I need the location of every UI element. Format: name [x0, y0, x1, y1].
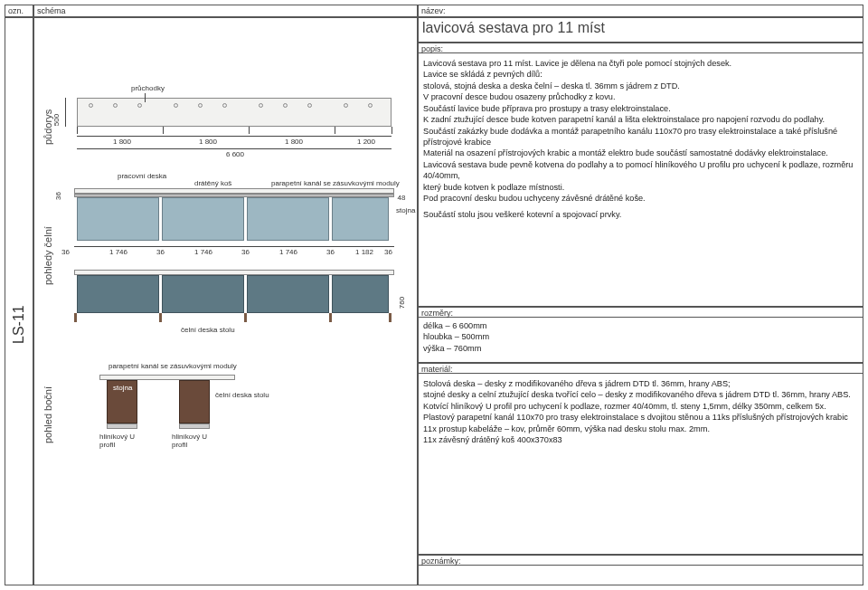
ann-stojna2: stojna	[113, 384, 132, 392]
leg	[159, 313, 162, 322]
leg	[329, 313, 332, 322]
lbl-celni: pohledy čelní	[42, 226, 53, 285]
mat-line: Plastový parapetní kanál 110x70 pro tras…	[423, 412, 859, 423]
leg	[389, 313, 392, 322]
tick	[249, 127, 250, 134]
front2-panel	[332, 275, 389, 313]
leg	[244, 313, 247, 322]
roz-line: délka – 6 600mm	[423, 320, 859, 331]
ann-kanal2: parapetní kanál se zásuvkovými moduly	[108, 362, 237, 370]
ann-celni2: čelní deska stolu	[215, 391, 269, 399]
dim-s4: 1 182	[348, 248, 381, 256]
title-text: lavicová sestava pro 11 míst	[419, 18, 863, 38]
hdr-rozmery: rozměry:	[418, 307, 863, 318]
grommet-icon	[283, 103, 288, 108]
plan-top	[77, 98, 392, 127]
dim-depth: 500	[52, 114, 61, 126]
dimline	[77, 136, 392, 137]
code-label: LS-11	[11, 305, 27, 344]
ann-pracovni: pracovní deska	[118, 172, 166, 180]
grommet-icon	[307, 103, 312, 108]
ann-uprofil2: hliníkový U profil	[172, 433, 215, 449]
dim-side-h: 760	[398, 297, 406, 309]
leg	[74, 313, 77, 322]
ann-uprofil1: hliníkový U profil	[99, 433, 143, 449]
desc-line: stolová, stojná deska a deska čelní – de…	[423, 81, 859, 91]
mat-line: Stolová deska – desky z modifikovaného d…	[423, 378, 859, 389]
grommet-icon	[174, 103, 178, 108]
front2-panel	[162, 275, 244, 313]
ozn-col	[5, 17, 33, 585]
grommet-icon	[137, 103, 142, 108]
dim-b2: 1 800	[190, 138, 226, 146]
front-panel	[162, 197, 244, 241]
desc-line: Součástí stolu jsou veškeré kotevní a sp…	[423, 209, 859, 220]
hdr-popis: popis:	[418, 43, 863, 53]
dim-b4: 1 200	[348, 138, 384, 146]
hdr-ozn: ozn.	[5, 5, 33, 17]
tick	[163, 127, 164, 134]
side-stojna2	[179, 380, 210, 423]
dim-g: 36	[241, 248, 250, 256]
desc-line: Součástí lavice bude příprava pro prostu…	[423, 103, 859, 114]
mat-line: 11x závěsný drátěný koš 400x370x83	[423, 434, 859, 445]
roz-line: výška – 760mm	[423, 343, 859, 354]
dimline	[74, 246, 394, 247]
lbl-bocni: pohled boční	[42, 386, 53, 443]
grommet-icon	[89, 103, 93, 108]
dim-b1: 1 800	[104, 138, 140, 146]
front-panel	[77, 197, 159, 241]
material-text: Stolová deska – desky z modifikovaného d…	[423, 378, 859, 446]
hdr-nazev: název:	[418, 5, 863, 17]
front2-panel	[247, 275, 329, 313]
dim-s1: 1 746	[102, 248, 135, 256]
tick	[77, 127, 78, 134]
ann-stojna: stojna	[396, 206, 415, 214]
mat-line: 11x prostup kabeláže – kov, průměr 60mm,…	[423, 423, 859, 434]
dim-s3: 1 746	[272, 248, 305, 256]
dim-g: 36	[326, 248, 335, 256]
grommet-icon	[113, 103, 118, 108]
desc-line: který bude kotven k podlaze místnosti.	[423, 182, 859, 193]
desc-line: Lavicová sestava pro 11 míst. Lavice je …	[423, 58, 859, 69]
title-box: lavicová sestava pro 11 míst	[418, 17, 863, 43]
dimline	[77, 148, 392, 149]
u-profile	[179, 423, 210, 429]
desc-text: Lavicová sestava pro 11 míst. Lavice je …	[423, 58, 859, 221]
grommet-icon	[259, 103, 263, 108]
dim-top-h: 36	[54, 192, 62, 200]
dim-total: 6 600	[217, 150, 253, 158]
grommet-icon	[368, 103, 373, 108]
rozmery-text: délka – 6 600mm hloubka – 500mm výška – …	[423, 320, 859, 354]
desc-line: Lavicová sestava bude pevně kotvena do p…	[423, 159, 859, 182]
leader	[145, 93, 146, 102]
ann-kanal: parapetní kanál se zásuvkovými moduly	[271, 179, 400, 187]
dim-g: 36	[156, 248, 165, 256]
desc-line: Pod pracovní desku budou uchyceny závěsn…	[423, 193, 859, 204]
dim-g-end: 36	[384, 248, 392, 256]
hdr-poznamky: poznámky:	[418, 555, 863, 566]
tick	[335, 127, 335, 134]
ann-celni: čelní deska stolu	[181, 326, 235, 334]
dim-g: 36	[61, 248, 70, 256]
mat-line: stojné desky a celní ztužující deska tvo…	[423, 389, 859, 400]
desc-line: Lavice se skládá z pevných dílů:	[423, 69, 859, 80]
front-panel	[247, 197, 329, 241]
u-profile	[107, 423, 137, 429]
tick	[392, 127, 392, 134]
desc-line: Součástí zakázky bude dodávka a montáž p…	[423, 126, 859, 148]
desc-line: V pracovní desce budou osazeny průchodky…	[423, 91, 859, 102]
grommet-icon	[222, 103, 227, 108]
dimline	[65, 98, 66, 127]
hdr-schema: schéma	[33, 5, 418, 17]
dim-b3: 1 800	[276, 138, 312, 146]
mat-line: Kotvící hliníkový U profil pro uchycení …	[423, 401, 859, 412]
grommet-icon	[344, 103, 348, 108]
hdr-material: materiál:	[418, 363, 863, 374]
dim-legw: 48	[394, 194, 409, 202]
roz-line: hloubka – 500mm	[423, 331, 859, 342]
desc-line: K zadní ztužující desce bude kotven para…	[423, 114, 859, 125]
grommet-icon	[198, 103, 203, 108]
front-panel	[332, 197, 389, 241]
front2-panel	[77, 275, 159, 313]
